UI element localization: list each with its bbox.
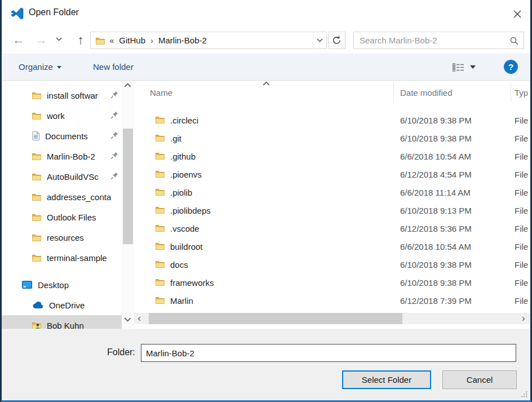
file-row-marlin[interactable]: Marlin 6/12/2018 7:39 PM File [134, 292, 530, 310]
breadcrumb-item-marlin-bob-2[interactable]: Marlin-Bob-2 [158, 36, 207, 45]
resize-grip[interactable] [520, 390, 528, 398]
scrollbar-thumb[interactable] [123, 129, 133, 244]
scroll-left-icon[interactable] [136, 317, 143, 321]
help-button[interactable]: ? [504, 60, 518, 74]
organize-label: Organize [19, 62, 53, 72]
folder-icon [32, 213, 41, 221]
folder-icon [156, 224, 165, 232]
cancel-button[interactable]: Cancel [442, 370, 517, 389]
sidebar-item-addresses-contacts[interactable]: addresses_conta [2, 187, 122, 207]
file-row-piolibdeps[interactable]: .piolibdeps 6/10/2018 9:13 PM File [134, 202, 530, 220]
window-title: Open Folder [29, 7, 79, 17]
sidebar-item-outlook-files[interactable]: Outlook Files [2, 207, 122, 227]
folder-icon [32, 193, 41, 201]
new-folder-label: New folder [93, 62, 134, 72]
up-button[interactable]: ↑ [73, 30, 88, 50]
select-folder-button[interactable]: Select Folder [342, 370, 431, 389]
open-folder-dialog: Open Folder ← → ↑ « GitHub › Marlin-Bob-… [0, 0, 532, 402]
folder-icon [32, 152, 41, 160]
folder-icon [96, 37, 105, 45]
command-toolbar: Organize New folder ? [2, 54, 530, 81]
details-view-icon [453, 63, 464, 72]
scrollbar-thumb[interactable] [149, 313, 402, 324]
sidebar-scrollbar[interactable] [122, 81, 134, 329]
file-row-docs[interactable]: docs 6/10/2018 9:38 PM File [134, 256, 530, 274]
refresh-icon [332, 36, 342, 45]
user-folder-icon [32, 321, 41, 329]
new-folder-button[interactable]: New folder [93, 54, 134, 80]
onedrive-cloud-icon [32, 302, 43, 309]
change-view-button[interactable] [453, 59, 484, 75]
file-row-vscode[interactable]: .vscode 6/12/2018 5:36 PM File [134, 220, 530, 238]
folder-icon [32, 91, 41, 99]
breadcrumb-overflow[interactable]: « [109, 36, 114, 45]
navigation-pane: install softwar work Documents [2, 81, 122, 329]
sidebar-item-onedrive[interactable]: OneDrive [2, 295, 122, 315]
file-row-github[interactable]: .github 6/6/2018 10:54 AM File [134, 148, 530, 166]
folder-icon [32, 112, 41, 120]
breadcrumb-item-github[interactable]: GitHub [119, 36, 145, 45]
file-row-pioenvs[interactable]: .pioenvs 6/12/2018 4:54 PM File [134, 166, 530, 184]
folder-icon [156, 296, 165, 304]
caret-down-icon [57, 66, 61, 69]
file-rows: .circleci 6/10/2018 9:38 PM File .git 6/… [134, 112, 530, 310]
column-header-type[interactable]: Typ [515, 88, 528, 98]
organize-button[interactable]: Organize [19, 54, 61, 80]
close-icon [513, 10, 522, 19]
scroll-up-icon[interactable] [124, 83, 131, 87]
sidebar-item-work[interactable]: work [2, 105, 122, 126]
search-icon[interactable] [509, 36, 519, 46]
back-button[interactable]: ← [11, 30, 26, 50]
pin-icon [110, 111, 118, 119]
folder-icon [156, 152, 165, 160]
recent-locations-chevron-icon[interactable] [56, 37, 62, 41]
column-header-date-modified[interactable]: Date modified [400, 88, 453, 98]
sidebar-item-desktop[interactable]: Desktop [2, 275, 122, 295]
desktop-icon [22, 281, 32, 289]
sidebar-item-bob-kuhn[interactable]: Bob Kuhn [2, 315, 122, 329]
scroll-right-icon[interactable] [521, 317, 527, 321]
file-row-git[interactable]: .git 6/10/2018 9:38 PM File [134, 130, 530, 148]
chevron-down-icon [317, 38, 323, 42]
column-divider[interactable] [511, 83, 511, 102]
scroll-down-icon[interactable] [124, 317, 131, 322]
folder-icon [156, 206, 165, 214]
column-divider[interactable] [393, 83, 394, 102]
address-dropdown-button[interactable] [313, 32, 326, 48]
column-header-name[interactable]: Name [150, 88, 172, 98]
close-button[interactable] [509, 6, 526, 23]
dialog-content: install softwar work Documents [2, 81, 530, 329]
folder-icon [156, 116, 165, 123]
sidebar-item-documents[interactable]: Documents [2, 126, 122, 146]
folder-icon [32, 173, 41, 180]
search-input[interactable] [354, 32, 506, 48]
folder-icon [156, 188, 165, 196]
file-row-frameworks[interactable]: frameworks 6/10/2018 9:38 PM File [134, 274, 530, 292]
address-bar[interactable]: « GitHub › Marlin-Bob-2 [90, 32, 327, 49]
sidebar-item-autobuildvsc[interactable]: AutoBuildVSc [2, 166, 122, 187]
navigation-bar: ← → ↑ « GitHub › Marlin-Bob-2 [2, 27, 530, 54]
sidebar-item-terminal-sample[interactable]: terminal-sample [2, 248, 122, 268]
pin-icon [110, 152, 118, 160]
file-row-buildroot[interactable]: buildroot 6/6/2018 10:54 AM File [134, 238, 530, 256]
help-question-icon: ? [508, 62, 513, 72]
sidebar-item-install-software[interactable]: install softwar [2, 85, 122, 105]
folder-name-input[interactable] [141, 344, 516, 362]
file-list-pane: Name Date modified Typ .circleci 6/10/20… [134, 81, 530, 329]
folder-icon [32, 254, 41, 262]
sidebar-item-marlin-bob-2[interactable]: Marlin-Bob-2 [2, 146, 122, 166]
folder-icon [156, 242, 165, 250]
file-row-circleci[interactable]: .circleci 6/10/2018 9:38 PM File [134, 112, 530, 130]
refresh-button[interactable] [328, 32, 345, 49]
forward-button[interactable]: → [33, 30, 49, 50]
title-bar: Open Folder [2, 0, 530, 27]
file-row-piolib[interactable]: .piolib 6/6/2018 11:14 AM File [134, 184, 530, 202]
folder-icon [156, 170, 165, 178]
folder-icon [32, 233, 41, 241]
horizontal-scrollbar[interactable] [134, 313, 530, 324]
sidebar-item-resources[interactable]: resources [2, 227, 122, 248]
column-headers: Name Date modified Typ [134, 81, 530, 104]
pin-icon [110, 172, 118, 180]
folder-icon [156, 278, 165, 286]
vscode-logo-icon [10, 6, 24, 21]
